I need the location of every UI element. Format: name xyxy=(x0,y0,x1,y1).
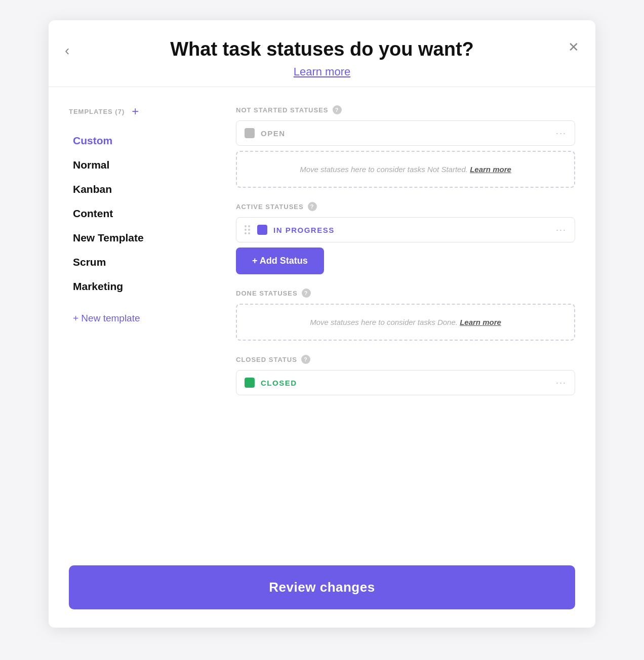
sidebar-item-content[interactable]: Content xyxy=(69,201,216,226)
not-started-help-icon[interactable]: ? xyxy=(333,105,342,114)
templates-header: TEMPLATES (7) + xyxy=(69,105,216,117)
modal-footer: Review changes xyxy=(49,551,595,628)
sidebar-item-custom[interactable]: Custom xyxy=(69,129,216,153)
sidebar-item-scrum[interactable]: Scrum xyxy=(69,250,216,274)
in-progress-more-button[interactable]: ··· xyxy=(556,225,567,234)
closed-section: CLOSED STATUS ? CLOSED ··· xyxy=(236,355,575,395)
drag-handle xyxy=(245,225,250,234)
new-template-link[interactable]: + New template xyxy=(69,311,216,326)
not-started-learn-more-link[interactable]: Learn more xyxy=(470,165,511,174)
modal-header: ‹ What task statuses do you want? Learn … xyxy=(49,20,595,87)
header-learn-more-link[interactable]: Learn more xyxy=(294,65,351,78)
closed-label: CLOSED STATUS ? xyxy=(236,355,575,364)
add-status-button[interactable]: + Add Status xyxy=(236,247,324,274)
in-progress-color-square xyxy=(257,225,267,235)
template-list: Custom Normal Kanban Content New Templat… xyxy=(69,129,216,299)
done-drop-zone: Move statuses here to consider tasks Don… xyxy=(236,304,575,341)
active-section: ACTIVE STATUSES ? IN PROGRESS ··· + Add … xyxy=(236,202,575,274)
closed-color-square xyxy=(245,378,255,388)
sidebar-item-kanban[interactable]: Kanban xyxy=(69,177,216,201)
open-color-square xyxy=(245,128,255,138)
closed-help-icon[interactable]: ? xyxy=(301,355,310,364)
modal: ‹ What task statuses do you want? Learn … xyxy=(49,20,595,628)
done-label: DONE STATUSES ? xyxy=(236,288,575,298)
sidebar-item-normal[interactable]: Normal xyxy=(69,153,216,177)
not-started-section: NOT STARTED STATUSES ? OPEN ··· Move sta… xyxy=(236,105,575,188)
not-started-drop-zone: Move statuses here to consider tasks Not… xyxy=(236,151,575,188)
closed-more-button[interactable]: ··· xyxy=(556,378,567,387)
closed-status-name: CLOSED xyxy=(261,379,550,387)
sidebar-item-new-template[interactable]: New Template xyxy=(69,226,216,250)
not-started-label: NOT STARTED STATUSES ? xyxy=(236,105,575,114)
in-progress-status-name: IN PROGRESS xyxy=(273,226,550,234)
done-section: DONE STATUSES ? Move statuses here to co… xyxy=(236,288,575,341)
closed-status-row: CLOSED ··· xyxy=(236,370,575,395)
active-help-icon[interactable]: ? xyxy=(308,202,317,211)
done-help-icon[interactable]: ? xyxy=(302,288,311,298)
modal-body: TEMPLATES (7) + Custom Normal Kanban Con… xyxy=(49,87,595,551)
close-button[interactable]: ✕ xyxy=(568,39,579,55)
page-title: What task statuses do you want? xyxy=(69,38,575,60)
templates-label: TEMPLATES (7) xyxy=(69,108,125,115)
sidebar-item-marketing[interactable]: Marketing xyxy=(69,274,216,299)
add-template-button[interactable]: + xyxy=(132,105,139,117)
back-button[interactable]: ‹ xyxy=(65,43,69,59)
done-learn-more-link[interactable]: Learn more xyxy=(460,318,501,326)
statuses-panel: NOT STARTED STATUSES ? OPEN ··· Move sta… xyxy=(231,105,575,551)
in-progress-status-row[interactable]: IN PROGRESS ··· xyxy=(236,217,575,242)
open-more-button[interactable]: ··· xyxy=(556,129,567,138)
active-label: ACTIVE STATUSES ? xyxy=(236,202,575,211)
open-status-name: OPEN xyxy=(261,129,550,138)
sidebar: TEMPLATES (7) + Custom Normal Kanban Con… xyxy=(69,105,231,551)
open-status-row: OPEN ··· xyxy=(236,120,575,146)
review-changes-button[interactable]: Review changes xyxy=(69,565,575,609)
